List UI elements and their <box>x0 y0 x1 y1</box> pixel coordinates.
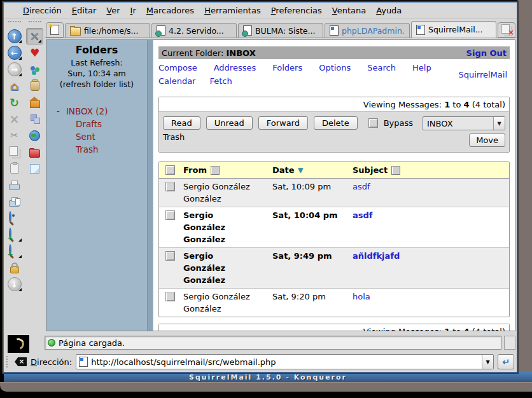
move-button[interactable]: Move <box>469 134 505 147</box>
forward-button-mail[interactable]: Forward <box>258 116 308 130</box>
fetch-link[interactable]: Fetch <box>209 74 232 88</box>
cut-button[interactable]: ✂ <box>6 127 23 144</box>
clear-location-button[interactable]: × <box>15 357 27 366</box>
folder-drafts-link[interactable]: Drafts <box>49 118 144 130</box>
package-button[interactable] <box>26 94 43 111</box>
row-checkbox[interactable] <box>165 182 175 191</box>
menu-marcadores[interactable]: Marcadores <box>146 6 194 15</box>
shapes-icon <box>31 66 35 71</box>
menu-ventana[interactable]: Ventana <box>332 6 366 15</box>
menu-editar[interactable]: Editar <box>72 6 97 15</box>
read-button[interactable]: Read <box>163 116 200 130</box>
up-button[interactable]: ↑ <box>6 28 23 45</box>
sort-desc-icon[interactable]: ▼ <box>298 164 304 176</box>
red-folder-button[interactable] <box>26 144 43 160</box>
window-titlebar[interactable]: SquirrelMail 1.5.0 - Konqueror <box>4 372 532 382</box>
message-subject-link[interactable]: hola <box>353 292 370 301</box>
status-grip[interactable] <box>504 336 515 350</box>
zoom-in-button[interactable]: + <box>6 226 23 243</box>
inbox-collapse-dash[interactable]: - <box>57 105 60 118</box>
menu-ver[interactable]: Ver <box>106 6 120 15</box>
from-header[interactable]: From <box>183 164 207 176</box>
menu-preferencias[interactable]: Preferencias <box>271 6 322 15</box>
bookmarks-button[interactable]: ♥ <box>26 45 43 61</box>
delete-button[interactable]: Delete <box>314 116 358 130</box>
zoom-out-button[interactable]: − <box>6 243 23 259</box>
tab-bulma[interactable]: BULMA: Siste... <box>238 23 323 38</box>
toolbar-handle[interactable] <box>6 356 11 367</box>
components-button[interactable] <box>26 61 43 78</box>
reload-button[interactable]: ↻ <box>6 94 23 111</box>
combo-arrow-icon[interactable]: ▼ <box>493 117 505 130</box>
move-folder-select[interactable]: INBOX ▼ <box>423 116 505 130</box>
subject-toggle-icon[interactable] <box>391 166 400 175</box>
side-toolbars: ↑ ← → ⌂ ↻ × ✂ + − ↓ <box>4 18 45 353</box>
close-tab-button[interactable]: × <box>498 22 515 38</box>
new-tab-button[interactable]: ✶ <box>46 22 64 38</box>
home-button[interactable]: ⌂ <box>6 78 23 94</box>
toolbar-handle[interactable] <box>29 21 41 26</box>
tab-phpldapadmin[interactable]: phpLDAPadmin... <box>325 23 410 38</box>
network-button[interactable] <box>26 127 43 144</box>
message-subject-link[interactable]: asdf <box>353 182 370 191</box>
back-button[interactable]: ← <box>6 45 23 61</box>
download-button[interactable]: ↓ <box>6 276 23 292</box>
tools-button[interactable] <box>26 28 43 45</box>
go-button[interactable]: ↵ <box>498 354 514 369</box>
subject-header[interactable]: Subject <box>353 164 388 176</box>
folder-sent-link[interactable]: Sent <box>49 130 144 143</box>
viewing-messages-bottom: Viewing Messages: 1 to 4 (4 total) <box>159 324 509 331</box>
row-checkbox[interactable] <box>165 210 175 220</box>
calendar-link[interactable]: Calendar <box>158 74 195 88</box>
row-checkbox[interactable] <box>165 292 175 301</box>
unread-button[interactable]: Unread <box>206 116 253 130</box>
notes-button[interactable] <box>26 160 43 177</box>
copy-button[interactable] <box>6 144 23 160</box>
folders-link[interactable]: Folders <box>272 61 302 74</box>
archive-button[interactable] <box>26 78 43 94</box>
forward-button[interactable]: → <box>6 61 23 78</box>
location-url[interactable]: http://localhost/squirrelmail/src/webmai… <box>91 357 479 367</box>
bypass-trash-checkbox[interactable] <box>368 118 378 128</box>
print-button[interactable] <box>6 177 23 193</box>
row-checkbox[interactable] <box>165 251 175 261</box>
tab-file-home[interactable]: file:/home/s... <box>65 23 150 38</box>
date-header[interactable]: Date <box>272 164 295 176</box>
sign-out-link[interactable]: Sign Out <box>466 48 507 58</box>
menu-ayuda[interactable]: Ayuda <box>376 6 402 15</box>
folder-icon <box>70 27 81 36</box>
message-subject-link[interactable]: añldfkjafd <box>353 251 400 261</box>
refresh-folder-link[interactable]: (refresh folder list) <box>49 79 144 90</box>
toolbar-handle[interactable] <box>8 21 21 26</box>
tab-squirrelmail[interactable]: SquirrelMail... <box>411 21 496 38</box>
print-preview-button[interactable] <box>6 193 23 210</box>
find-button[interactable] <box>6 210 23 226</box>
print-preview-icon <box>9 200 20 207</box>
search-link[interactable]: Search <box>367 61 396 74</box>
options-link[interactable]: Options <box>319 61 351 74</box>
folders-panel: Folders Last Refresh: Sun, 10:34 am (ref… <box>46 40 147 331</box>
location-input[interactable]: http://localhost/squirrelmail/src/webmai… <box>76 354 494 369</box>
folder-trash-link[interactable]: Trash <box>49 143 144 156</box>
select-all-checkbox[interactable] <box>165 165 175 175</box>
mail-frame: Current Folder: INBOX Sign Out Compose A… <box>153 40 515 331</box>
security-button[interactable] <box>6 259 23 276</box>
frame-splitter[interactable] <box>147 40 153 331</box>
compose-link[interactable]: Compose <box>158 61 197 74</box>
location-dropdown-icon[interactable]: ▼ <box>482 355 493 369</box>
tab-servidor[interactable]: 4.2. Servido... <box>151 23 237 38</box>
menu-direccion[interactable]: Dirección <box>23 6 62 15</box>
menu-herramientas[interactable]: Herramientas <box>204 6 261 15</box>
message-subject-link[interactable]: asdf <box>353 210 372 220</box>
folder-inbox-link[interactable]: INBOX (2) <box>66 105 108 118</box>
menu-ir[interactable]: Ir <box>130 6 136 15</box>
help-link[interactable]: Help <box>412 61 431 74</box>
modules-button[interactable] <box>26 111 43 127</box>
heart-icon: ♥ <box>30 46 39 59</box>
from-toggle-icon[interactable] <box>211 166 220 175</box>
squirrelmail-brand-link[interactable]: SquirrelMail <box>458 70 507 79</box>
stop-button[interactable]: × <box>6 111 23 127</box>
paste-button[interactable] <box>6 160 23 177</box>
addresses-link[interactable]: Addresses <box>214 61 256 74</box>
print-icon <box>9 184 20 190</box>
